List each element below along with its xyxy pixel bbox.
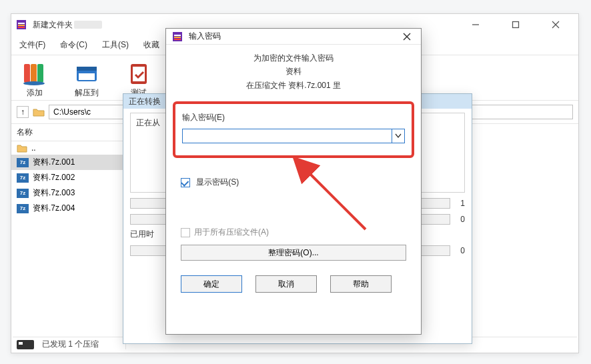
password-info-text: 为加密的文件输入密码 资料 在压缩文件 资料.7z.001 里 xyxy=(166,51,421,92)
svg-rect-9 xyxy=(31,64,37,83)
svg-rect-14 xyxy=(79,73,95,80)
svg-rect-1 xyxy=(18,23,25,24)
progress-value-2: 0 xyxy=(454,215,465,224)
password-close-button[interactable] xyxy=(398,29,416,44)
svg-rect-5 xyxy=(513,22,519,28)
menu-tools[interactable]: 工具(S) xyxy=(99,38,131,52)
archive-7z-icon: 7z xyxy=(17,189,29,198)
minimize-button[interactable] xyxy=(466,15,485,34)
file-list-item[interactable]: 7z 资料.7z.002 xyxy=(11,170,125,185)
file-list-item[interactable]: 7z 资料.7z.001 xyxy=(11,155,125,170)
show-password-checkbox[interactable] xyxy=(181,178,190,187)
cancel-button[interactable]: 取消 xyxy=(255,275,317,293)
all-files-label: 用于所有压缩文件(A) xyxy=(194,227,269,238)
all-files-option[interactable]: 用于所有压缩文件(A) xyxy=(181,227,406,238)
progress-value-3: 0 xyxy=(454,246,465,255)
password-dropdown-button[interactable] xyxy=(392,129,405,143)
archive-7z-icon: 7z xyxy=(17,173,29,183)
file-list-item[interactable]: 7z 资料.7z.004 xyxy=(11,201,125,216)
svg-point-11 xyxy=(23,81,45,85)
help-button[interactable]: 帮助 xyxy=(330,275,392,293)
password-info-line2: 资料 xyxy=(166,65,421,78)
svg-rect-2 xyxy=(18,25,25,26)
organize-passwords-button[interactable]: 整理密码(O)... xyxy=(181,245,406,261)
chevron-down-icon xyxy=(395,133,402,139)
extracting-title: 正在转换 xyxy=(129,96,161,107)
progress-value-1: 1 xyxy=(454,199,465,208)
menu-commands[interactable]: 命令(C) xyxy=(57,38,90,52)
extracting-log-line: 正在从 xyxy=(136,118,160,127)
file-list-item-name: 资料.7z.003 xyxy=(33,187,75,199)
toolbar-add-button[interactable]: 添加 xyxy=(17,59,53,99)
ok-button[interactable]: 确定 xyxy=(181,275,242,293)
toolbar-add-label: 添加 xyxy=(27,87,43,99)
file-list: 名称 .. 7z 资料.7z.001 7z 资料.7z.002 7z xyxy=(11,124,126,349)
folder-icon xyxy=(33,107,45,117)
svg-rect-16 xyxy=(133,67,145,81)
archive-7z-icon: 7z xyxy=(17,204,29,213)
updir-label: .. xyxy=(31,143,36,153)
svg-rect-20 xyxy=(174,37,181,38)
winrar-app-icon xyxy=(171,31,183,43)
password-titlebar[interactable]: 输入密码 xyxy=(166,29,421,45)
clipboard-check-icon xyxy=(125,59,153,87)
password-input[interactable] xyxy=(182,129,392,143)
menu-file[interactable]: 文件(F) xyxy=(17,38,48,52)
all-files-checkbox[interactable] xyxy=(181,228,190,237)
show-password-option[interactable]: 显示密码(S) xyxy=(181,177,406,188)
svg-rect-19 xyxy=(174,35,181,36)
maximize-button[interactable] xyxy=(506,15,525,34)
status-drive-icon xyxy=(17,340,34,349)
svg-rect-13 xyxy=(77,67,97,71)
close-button[interactable] xyxy=(546,15,565,34)
up-directory-button[interactable]: ↑ xyxy=(17,106,29,118)
toolbar-extract-label: 解压到 xyxy=(75,87,99,99)
svg-rect-8 xyxy=(24,64,30,83)
file-list-item-name: 资料.7z.001 xyxy=(33,157,75,168)
file-list-item[interactable]: 7z 资料.7z.003 xyxy=(11,185,125,201)
svg-rect-3 xyxy=(18,27,25,28)
menu-favorites[interactable]: 收藏 xyxy=(141,38,162,52)
folder-icon xyxy=(17,143,27,153)
password-info-line3: 在压缩文件 资料.7z.001 里 xyxy=(166,79,421,92)
toolbar-extract-button[interactable]: 解压到 xyxy=(69,59,105,99)
file-list-item-name: 资料.7z.002 xyxy=(33,172,75,183)
password-dialog: 输入密码 为加密的文件输入密码 资料 在压缩文件 资料.7z.001 里 输入密… xyxy=(165,28,422,335)
password-highlight-box: 输入密码(E) xyxy=(173,101,414,158)
password-label: 输入密码(E) xyxy=(182,112,405,123)
svg-rect-21 xyxy=(174,39,181,40)
file-list-item-name: 资料.7z.004 xyxy=(33,203,75,214)
password-info-line1: 为加密的文件输入密码 xyxy=(166,51,421,65)
svg-rect-10 xyxy=(37,64,43,83)
books-stack-icon xyxy=(21,59,49,87)
folder-open-icon xyxy=(73,59,101,87)
status-text: 已发现 1 个压缩 xyxy=(42,339,99,350)
winrar-app-icon xyxy=(15,19,27,31)
file-list-header-name[interactable]: 名称 xyxy=(11,124,125,141)
password-field-wrap xyxy=(182,129,405,143)
main-window-title: 新建文件夹 xyxy=(33,19,102,31)
password-title: 输入密码 xyxy=(189,31,221,42)
archive-7z-icon: 7z xyxy=(17,158,29,167)
file-list-updir[interactable]: .. xyxy=(11,141,125,155)
show-password-label: 显示密码(S) xyxy=(196,177,239,187)
